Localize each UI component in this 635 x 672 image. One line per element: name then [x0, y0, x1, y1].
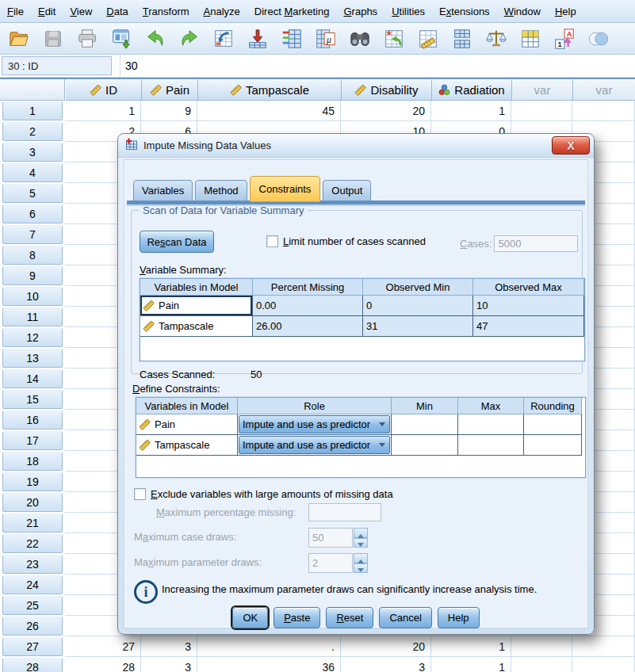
constraints-min-cell[interactable] [392, 414, 458, 435]
row-header-9[interactable]: 9 [2, 266, 63, 285]
row-header-1[interactable]: 1 [2, 101, 63, 120]
cell[interactable]: 1 [431, 636, 511, 657]
cell[interactable]: 1 [431, 657, 511, 672]
goto-variable-icon[interactable] [245, 26, 270, 52]
cell[interactable] [511, 636, 572, 657]
print-icon[interactable] [75, 26, 100, 52]
cell[interactable]: 36 [197, 657, 341, 672]
cell[interactable]: 3 [341, 657, 431, 672]
row-header-17[interactable]: 17 [2, 431, 63, 450]
rescan-data-button[interactable]: Rescan Data [140, 231, 214, 253]
menu-transform[interactable]: Transform [136, 3, 197, 20]
open-data-icon[interactable] [6, 26, 32, 52]
row-header-5[interactable]: 5 [2, 184, 63, 203]
row-header-19[interactable]: 19 [2, 472, 63, 491]
column-header-tampascale[interactable]: Tampascale [198, 79, 342, 101]
cell[interactable] [511, 101, 572, 121]
menu-graphs[interactable]: Graphs [336, 3, 384, 20]
row-header-25[interactable]: 25 [2, 596, 63, 615]
value-labels-icon[interactable]: A1 [552, 26, 577, 52]
menu-file[interactable]: File [0, 3, 31, 20]
constraints-max-cell[interactable] [458, 435, 524, 456]
cell[interactable]: 3 [141, 657, 197, 672]
role-dropdown[interactable]: Impute and use as predictor [239, 415, 390, 433]
row-header-7[interactable]: 7 [2, 225, 63, 244]
tab-variables[interactable]: Variables [133, 180, 193, 201]
grid-corner-cell[interactable] [0, 79, 65, 101]
constraints-min-cell[interactable] [392, 435, 458, 456]
insert-cases-icon[interactable]: * [381, 26, 407, 52]
row-header-11[interactable]: 11 [2, 307, 63, 326]
variables-icon[interactable] [279, 26, 304, 52]
constraints-variable-cell[interactable]: Tampascale [136, 435, 238, 456]
help-button[interactable]: Help [438, 607, 480, 628]
column-header-var[interactable]: var [512, 79, 573, 101]
row-header-4[interactable]: 4 [2, 163, 63, 182]
tab-output[interactable]: Output [323, 180, 371, 201]
paste-button[interactable]: Paste [274, 607, 320, 628]
limit-cases-checkbox[interactable] [266, 235, 278, 247]
row-header-24[interactable]: 24 [2, 575, 63, 594]
row-header-27[interactable]: 27 [2, 637, 63, 656]
cellbar-splitter[interactable] [112, 55, 120, 77]
row-header-22[interactable]: 22 [2, 534, 63, 553]
cell[interactable]: 9 [141, 101, 197, 121]
row-header-15[interactable]: 15 [2, 390, 63, 409]
cell[interactable]: . [197, 636, 341, 657]
cancel-button[interactable]: Cancel [379, 607, 431, 628]
menu-view[interactable]: View [63, 3, 99, 20]
menu-extensions[interactable]: Extensions [432, 3, 497, 20]
row-header-8[interactable]: 8 [2, 246, 63, 265]
ok-button[interactable]: OK [232, 607, 268, 628]
row-header-20[interactable]: 20 [2, 493, 63, 512]
menu-analyze[interactable]: Analyze [197, 3, 247, 20]
tab-constraints[interactable]: Constraints [250, 176, 321, 202]
column-header-radiation[interactable]: Radiation [432, 79, 512, 101]
summary-variable-cell[interactable]: Pain [140, 296, 253, 316]
goto-case-icon[interactable] [211, 26, 236, 52]
row-header-3[interactable]: 3 [2, 143, 63, 162]
close-icon[interactable]: X [552, 136, 590, 155]
recall-dialogs-icon[interactable] [109, 26, 134, 52]
exclude-variables-checkbox[interactable] [134, 488, 146, 500]
constraints-variable-cell[interactable]: Pain [136, 414, 238, 435]
cell[interactable]: 28 [65, 657, 141, 672]
cell[interactable]: 45 [197, 101, 341, 121]
constraints-max-cell[interactable] [458, 414, 524, 435]
row-header-16[interactable]: 16 [2, 410, 63, 430]
cell[interactable]: 27 [65, 636, 141, 657]
row-header-2[interactable]: 2 [2, 122, 63, 141]
column-header-disability[interactable]: Disability [342, 79, 432, 101]
row-header-18[interactable]: 18 [2, 452, 63, 471]
split-file-icon[interactable] [449, 26, 475, 52]
select-cases-icon[interactable] [518, 26, 543, 52]
cell[interactable] [511, 657, 572, 672]
find-icon[interactable] [347, 26, 373, 52]
constraints-rounding-cell[interactable] [524, 414, 582, 435]
role-dropdown[interactable]: Impute and use as predictor [239, 436, 390, 454]
dialog-title-bar[interactable]: Impute Missing Data Values X [118, 134, 594, 158]
row-header-13[interactable]: 13 [2, 349, 63, 368]
row-header-21[interactable]: 21 [2, 514, 63, 533]
cell[interactable] [572, 101, 635, 121]
cell[interactable]: 3 [141, 636, 197, 657]
row-header-26[interactable]: 26 [2, 617, 63, 636]
row-header-6[interactable]: 6 [2, 204, 63, 223]
menu-data[interactable]: Data [99, 3, 135, 20]
row-header-10[interactable]: 10 [2, 287, 63, 306]
descriptives-icon[interactable]: μ [313, 26, 339, 52]
column-header-pain[interactable]: Pain [142, 79, 198, 101]
cell[interactable] [572, 657, 635, 672]
use-variable-sets-icon[interactable] [586, 26, 611, 52]
cell[interactable] [572, 636, 635, 657]
menu-window[interactable]: Window [497, 3, 548, 20]
insert-variable-icon[interactable] [415, 26, 441, 52]
column-header-var[interactable]: var [573, 79, 635, 101]
row-header-23[interactable]: 23 [2, 555, 63, 574]
reset-button[interactable]: Reset [326, 607, 373, 628]
menu-utilities[interactable]: Utilities [384, 3, 432, 20]
cell[interactable]: 20 [341, 101, 431, 121]
undo-icon[interactable] [143, 26, 168, 52]
cell[interactable]: 1 [431, 101, 511, 121]
tab-method[interactable]: Method [195, 180, 247, 201]
